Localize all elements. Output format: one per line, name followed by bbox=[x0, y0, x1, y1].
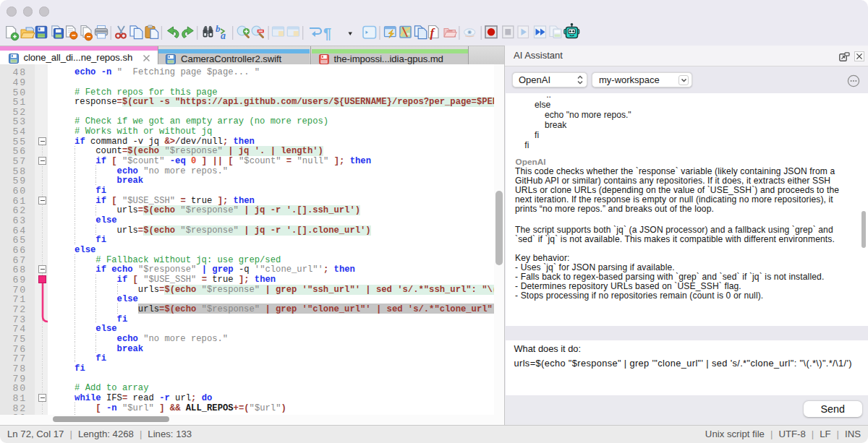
svg-text:¶: ¶ bbox=[323, 25, 331, 41]
svg-text:b: b bbox=[216, 23, 221, 34]
